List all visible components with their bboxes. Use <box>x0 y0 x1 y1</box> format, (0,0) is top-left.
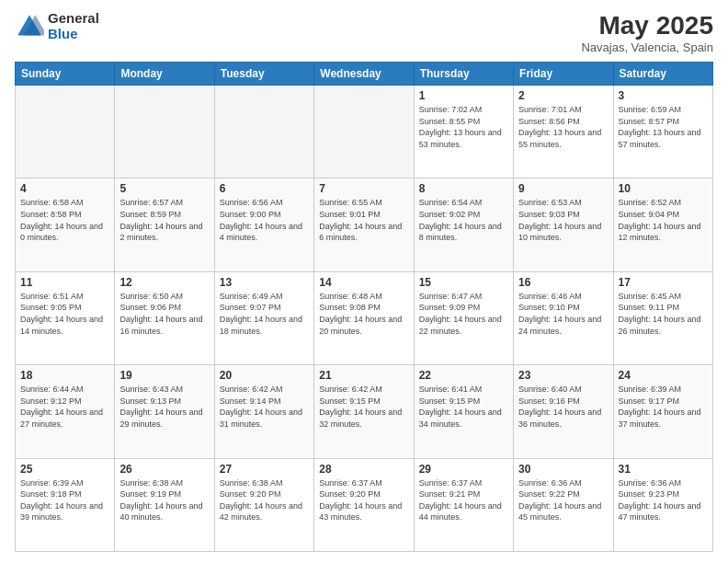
day-number: 19 <box>119 369 209 382</box>
calendar-cell: 29Sunrise: 6:37 AM Sunset: 9:21 PM Dayli… <box>414 458 513 551</box>
day-number: 20 <box>220 369 309 382</box>
week-row-2: 11Sunrise: 6:51 AM Sunset: 9:05 PM Dayli… <box>16 271 713 364</box>
calendar-cell: 24Sunrise: 6:39 AM Sunset: 9:17 PM Dayli… <box>613 365 712 458</box>
main-title: May 2025 <box>581 11 713 40</box>
logo-icon <box>15 12 44 41</box>
calendar-cell: 25Sunrise: 6:39 AM Sunset: 9:18 PM Dayli… <box>16 458 115 551</box>
day-info: Sunrise: 6:59 AM Sunset: 8:57 PM Dayligh… <box>619 104 708 150</box>
header: General Blue May 2025 Navajas, Valencia,… <box>15 11 713 54</box>
col-friday: Friday <box>514 63 613 86</box>
day-number: 30 <box>518 463 608 476</box>
week-row-3: 18Sunrise: 6:44 AM Sunset: 9:12 PM Dayli… <box>16 365 713 458</box>
day-info: Sunrise: 6:54 AM Sunset: 9:02 PM Dayligh… <box>419 197 508 243</box>
calendar-cell <box>214 86 313 178</box>
logo-blue-text: Blue <box>48 27 99 42</box>
day-number: 1 <box>419 89 508 102</box>
week-row-0: 1Sunrise: 7:02 AM Sunset: 8:55 PM Daylig… <box>16 86 713 178</box>
day-info: Sunrise: 6:50 AM Sunset: 9:06 PM Dayligh… <box>119 291 209 337</box>
logo-general-text: General <box>48 11 99 27</box>
day-number: 14 <box>319 276 408 289</box>
calendar-cell: 3Sunrise: 6:59 AM Sunset: 8:57 PM Daylig… <box>613 86 712 178</box>
day-info: Sunrise: 6:43 AM Sunset: 9:13 PM Dayligh… <box>119 384 209 430</box>
col-tuesday: Tuesday <box>214 63 313 86</box>
calendar-cell: 11Sunrise: 6:51 AM Sunset: 9:05 PM Dayli… <box>16 271 115 364</box>
day-number: 21 <box>319 369 408 382</box>
calendar-cell: 7Sunrise: 6:55 AM Sunset: 9:01 PM Daylig… <box>314 178 414 271</box>
day-info: Sunrise: 6:45 AM Sunset: 9:11 PM Dayligh… <box>619 291 708 337</box>
day-number: 3 <box>619 89 708 102</box>
calendar-cell: 2Sunrise: 7:01 AM Sunset: 8:56 PM Daylig… <box>514 86 613 178</box>
calendar-cell: 20Sunrise: 6:42 AM Sunset: 9:14 PM Dayli… <box>214 365 313 458</box>
day-number: 11 <box>20 276 109 289</box>
calendar-cell: 18Sunrise: 6:44 AM Sunset: 9:12 PM Dayli… <box>16 365 115 458</box>
day-info: Sunrise: 6:42 AM Sunset: 9:14 PM Dayligh… <box>220 384 309 430</box>
day-number: 7 <box>319 182 408 195</box>
day-number: 23 <box>518 369 608 382</box>
day-info: Sunrise: 6:40 AM Sunset: 9:16 PM Dayligh… <box>518 384 608 430</box>
calendar-cell: 10Sunrise: 6:52 AM Sunset: 9:04 PM Dayli… <box>613 178 712 271</box>
calendar-cell: 12Sunrise: 6:50 AM Sunset: 9:06 PM Dayli… <box>115 271 214 364</box>
col-saturday: Saturday <box>613 63 712 86</box>
calendar-cell: 6Sunrise: 6:56 AM Sunset: 9:00 PM Daylig… <box>214 178 313 271</box>
day-info: Sunrise: 7:01 AM Sunset: 8:56 PM Dayligh… <box>518 104 608 150</box>
day-number: 13 <box>220 276 309 289</box>
day-number: 31 <box>619 463 708 476</box>
calendar-cell: 1Sunrise: 7:02 AM Sunset: 8:55 PM Daylig… <box>414 86 513 178</box>
calendar-cell <box>115 86 214 178</box>
header-row: Sunday Monday Tuesday Wednesday Thursday… <box>16 63 713 86</box>
day-number: 6 <box>220 182 309 195</box>
day-number: 2 <box>518 89 608 102</box>
day-info: Sunrise: 6:37 AM Sunset: 9:21 PM Dayligh… <box>419 477 508 523</box>
calendar-cell: 4Sunrise: 6:58 AM Sunset: 8:58 PM Daylig… <box>16 178 115 271</box>
col-wednesday: Wednesday <box>314 63 414 86</box>
day-info: Sunrise: 6:38 AM Sunset: 9:19 PM Dayligh… <box>119 477 209 523</box>
day-info: Sunrise: 6:38 AM Sunset: 9:20 PM Dayligh… <box>220 477 309 523</box>
calendar-cell: 19Sunrise: 6:43 AM Sunset: 9:13 PM Dayli… <box>115 365 214 458</box>
calendar-cell: 14Sunrise: 6:48 AM Sunset: 9:08 PM Dayli… <box>314 271 414 364</box>
day-number: 24 <box>619 369 708 382</box>
calendar-cell: 21Sunrise: 6:42 AM Sunset: 9:15 PM Dayli… <box>314 365 414 458</box>
day-number: 10 <box>619 182 708 195</box>
day-number: 17 <box>619 276 708 289</box>
page: General Blue May 2025 Navajas, Valencia,… <box>0 0 728 563</box>
day-info: Sunrise: 6:51 AM Sunset: 9:05 PM Dayligh… <box>20 291 109 337</box>
calendar-table: Sunday Monday Tuesday Wednesday Thursday… <box>15 62 713 552</box>
calendar-cell: 31Sunrise: 6:36 AM Sunset: 9:23 PM Dayli… <box>613 458 712 551</box>
calendar-cell: 28Sunrise: 6:37 AM Sunset: 9:20 PM Dayli… <box>314 458 414 551</box>
day-info: Sunrise: 6:36 AM Sunset: 9:23 PM Dayligh… <box>619 477 708 523</box>
calendar-cell: 27Sunrise: 6:38 AM Sunset: 9:20 PM Dayli… <box>214 458 313 551</box>
calendar-cell: 8Sunrise: 6:54 AM Sunset: 9:02 PM Daylig… <box>414 178 513 271</box>
logo-text: General Blue <box>48 11 99 41</box>
day-number: 12 <box>119 276 209 289</box>
day-number: 5 <box>119 182 209 195</box>
logo: General Blue <box>15 11 99 41</box>
day-number: 8 <box>419 182 508 195</box>
day-info: Sunrise: 6:49 AM Sunset: 9:07 PM Dayligh… <box>220 291 309 337</box>
calendar-cell: 26Sunrise: 6:38 AM Sunset: 9:19 PM Dayli… <box>115 458 214 551</box>
col-sunday: Sunday <box>16 63 115 86</box>
day-number: 16 <box>518 276 608 289</box>
title-block: May 2025 Navajas, Valencia, Spain <box>581 11 713 54</box>
subtitle: Navajas, Valencia, Spain <box>581 40 713 54</box>
calendar-cell: 17Sunrise: 6:45 AM Sunset: 9:11 PM Dayli… <box>613 271 712 364</box>
week-row-1: 4Sunrise: 6:58 AM Sunset: 8:58 PM Daylig… <box>16 178 713 271</box>
day-info: Sunrise: 6:42 AM Sunset: 9:15 PM Dayligh… <box>319 384 408 430</box>
day-number: 4 <box>20 182 109 195</box>
day-info: Sunrise: 6:41 AM Sunset: 9:15 PM Dayligh… <box>419 384 508 430</box>
calendar-cell: 22Sunrise: 6:41 AM Sunset: 9:15 PM Dayli… <box>414 365 513 458</box>
day-info: Sunrise: 6:39 AM Sunset: 9:18 PM Dayligh… <box>20 477 109 523</box>
day-info: Sunrise: 7:02 AM Sunset: 8:55 PM Dayligh… <box>419 104 508 150</box>
calendar-cell <box>16 86 115 178</box>
calendar-cell: 13Sunrise: 6:49 AM Sunset: 9:07 PM Dayli… <box>214 271 313 364</box>
day-info: Sunrise: 6:56 AM Sunset: 9:00 PM Dayligh… <box>220 197 309 243</box>
day-number: 29 <box>419 463 508 476</box>
day-info: Sunrise: 6:53 AM Sunset: 9:03 PM Dayligh… <box>518 197 608 243</box>
col-thursday: Thursday <box>414 63 513 86</box>
calendar-cell: 5Sunrise: 6:57 AM Sunset: 8:59 PM Daylig… <box>115 178 214 271</box>
day-info: Sunrise: 6:39 AM Sunset: 9:17 PM Dayligh… <box>619 384 708 430</box>
calendar-cell: 23Sunrise: 6:40 AM Sunset: 9:16 PM Dayli… <box>514 365 613 458</box>
day-info: Sunrise: 6:55 AM Sunset: 9:01 PM Dayligh… <box>319 197 408 243</box>
day-number: 26 <box>119 463 209 476</box>
day-info: Sunrise: 6:48 AM Sunset: 9:08 PM Dayligh… <box>319 291 408 337</box>
day-number: 15 <box>419 276 508 289</box>
